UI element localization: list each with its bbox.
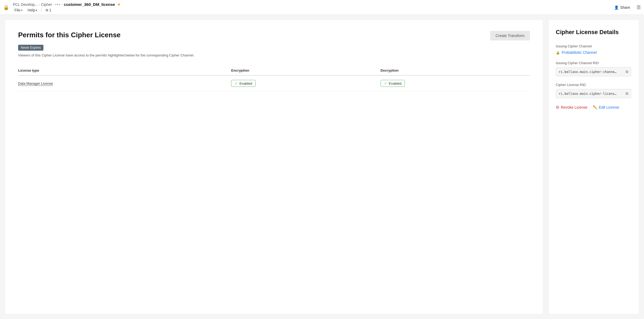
main-layout: Permits for this Cipher License Create T… xyxy=(0,15,644,319)
revoke-label: Revoke License xyxy=(561,105,587,109)
page-title: Permits for this Cipher License xyxy=(18,31,120,39)
file-menu-label: File xyxy=(14,8,21,12)
file-menu[interactable]: File ▾ xyxy=(13,7,24,13)
breadcrumb-sep-2: › xyxy=(53,3,54,6)
license-rid-value: ri.bellaso.main.cipher-license.a8209d xyxy=(559,92,617,96)
panels-icon[interactable]: ☰ xyxy=(637,5,641,10)
panel-actions: ⊖ Revoke License ✏️ Edit License xyxy=(556,105,631,110)
breadcrumb-ellipsis[interactable]: ••• xyxy=(55,2,61,7)
col-encryption: Encryption xyxy=(231,66,380,75)
star-icon[interactable]: ★ xyxy=(117,2,121,7)
breadcrumb-current: customer_360_DM_license xyxy=(64,2,115,7)
help-menu-arrow: ▾ xyxy=(36,9,37,12)
topbar-right: 👤 Share ☰ xyxy=(612,4,641,11)
license-rid-section: Cipher License RID ri.bellaso.main.ciphe… xyxy=(556,83,631,98)
license-rid-field: ri.bellaso.main.cipher-license.a8209d ⧉ xyxy=(556,89,631,98)
never-expires-badge: Never Expires xyxy=(18,45,43,51)
encryption-enabled-badge: ✓ Enabled xyxy=(231,80,256,87)
share-button[interactable]: 👤 Share xyxy=(612,4,632,11)
breadcrumb-sep-1: › xyxy=(39,3,40,6)
revoke-license-button[interactable]: ⊖ Revoke License xyxy=(556,105,587,110)
encryption-check-icon: ✓ xyxy=(235,81,238,85)
revoke-icon: ⊖ xyxy=(556,105,559,110)
panel-grid-icon: ⊞ xyxy=(46,8,48,12)
decryption-check-icon: ✓ xyxy=(384,81,387,85)
channel-name: Probabilistic Channel xyxy=(562,50,597,55)
channel-rid-label: Issuing Cipher Channel RID xyxy=(556,61,631,65)
permits-table: License type Encryption Decryption Data … xyxy=(18,66,530,91)
edit-license-button[interactable]: ✏️ Edit License xyxy=(593,105,619,109)
table-row: Data Manager License ✓ Enabled ✓ Enabled xyxy=(18,75,530,91)
col-license-type: License type xyxy=(18,66,231,75)
breadcrumb-pcl[interactable]: PCL Develop... xyxy=(13,2,38,7)
right-panel: Cipher License Details Issuing Cipher Ch… xyxy=(548,20,639,314)
channel-rid-field: ri.bellaso.main.cipher-channel.e1e795 ⧉ xyxy=(556,67,631,76)
create-transform-button[interactable]: Create Transform xyxy=(490,31,530,40)
encryption-label: Enabled xyxy=(239,81,252,85)
page-description: Viewers of this Cipher License have acce… xyxy=(18,53,530,57)
topbar: 🔒 PCL Develop... › Cipher › ••• › custom… xyxy=(0,0,644,15)
channel-rid-copy-icon[interactable]: ⧉ xyxy=(626,69,628,74)
content-area: Permits for this Cipher License Create T… xyxy=(5,20,543,314)
channel-link[interactable]: 🔒 Probabilistic Channel xyxy=(556,50,631,55)
license-rid-label: Cipher License RID xyxy=(556,83,631,87)
issuing-channel-section: Issuing Cipher Channel 🔒 Probabilistic C… xyxy=(556,44,631,55)
channel-lock-icon: 🔒 xyxy=(556,51,560,55)
breadcrumb: PCL Develop... › Cipher › ••• › customer… xyxy=(13,2,121,13)
menu-divider: | xyxy=(41,8,42,12)
lock-icon: 🔒 xyxy=(3,5,9,10)
file-menu-arrow: ▾ xyxy=(21,9,22,12)
panel-count: 1 xyxy=(49,8,51,12)
channel-rid-section: Issuing Cipher Channel RID ri.bellaso.ma… xyxy=(556,61,631,76)
channel-rid-value: ri.bellaso.main.cipher-channel.e1e795 xyxy=(559,70,617,74)
table-header-row: License type Encryption Decryption xyxy=(18,66,530,75)
decryption-enabled-badge: ✓ Enabled xyxy=(381,80,405,87)
edit-label: Edit License xyxy=(599,105,619,109)
col-decryption: Decryption xyxy=(381,66,530,75)
breadcrumb-cipher[interactable]: Cipher xyxy=(41,2,52,7)
share-label: Share xyxy=(620,5,630,10)
help-menu-label: Help xyxy=(28,8,35,12)
license-type-cell[interactable]: Data Manager License xyxy=(18,81,53,85)
help-menu[interactable]: Help ▾ xyxy=(26,7,39,13)
edit-icon: ✏️ xyxy=(593,105,597,109)
issuing-channel-label: Issuing Cipher Channel xyxy=(556,44,631,48)
breadcrumb-sep-3: › xyxy=(62,3,63,6)
share-user-icon: 👤 xyxy=(614,5,619,10)
decryption-label: Enabled xyxy=(389,81,402,85)
panel-menu[interactable]: ⊞ 1 xyxy=(44,7,53,13)
page-header: Permits for this Cipher License Create T… xyxy=(18,31,530,40)
panel-title: Cipher License Details xyxy=(556,29,631,36)
topbar-left: 🔒 PCL Develop... › Cipher › ••• › custom… xyxy=(3,2,612,13)
license-rid-copy-icon[interactable]: ⧉ xyxy=(626,91,628,96)
